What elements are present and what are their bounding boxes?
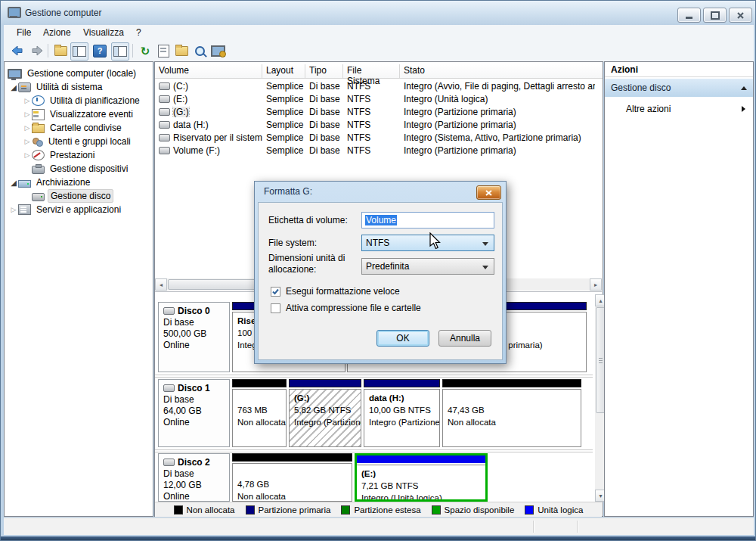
volume-row-c[interactable]: (C:) Semplice Di base NTFS Integro (Avvi… (155, 79, 603, 92)
disk1-header[interactable]: Disco 1 Di base 64,00 GB Online (158, 379, 230, 447)
minimize-button[interactable] (677, 8, 701, 23)
help-button[interactable]: ? (91, 42, 108, 59)
chevron-down-icon (482, 242, 488, 246)
properties-button[interactable] (155, 42, 172, 59)
column-volume[interactable]: Volume (155, 64, 262, 78)
show-action-pane-button[interactable] (111, 42, 129, 61)
drive-icon (159, 82, 170, 90)
expander-collapsed-icon[interactable]: ▷ (23, 124, 32, 132)
tree-item-storage[interactable]: ◢ Archiviazione (9, 176, 153, 189)
volume-row-system-reserved[interactable]: Riservato per il sistema Semplice Di bas… (155, 131, 603, 144)
actions-item-more-actions[interactable]: Altre azioni (605, 101, 753, 117)
tree-item-disk-management[interactable]: Gestione disco (32, 189, 153, 203)
manage-button[interactable] (209, 42, 226, 59)
tree-item-shared-folders[interactable]: ▷ Cartelle condivise (23, 121, 153, 135)
actions-section-disk-management[interactable]: Gestione disco (605, 79, 753, 97)
dialog-title: Formatta G: (264, 186, 312, 197)
expander-collapsed-icon[interactable]: ▷ (23, 97, 32, 104)
tree-item-task-scheduler[interactable]: ▷ Utilità di pianificazione (23, 94, 153, 107)
find-icon (195, 46, 205, 56)
event-viewer-icon (32, 109, 45, 120)
manage-computer-icon (211, 45, 225, 57)
scroll-right-icon[interactable]: ▸ (590, 278, 602, 291)
volume-row-g[interactable]: (G:) Semplice Di base NTFS Integro (Part… (155, 105, 603, 118)
back-icon (11, 45, 25, 56)
volume-row-h[interactable]: data (H:) Semplice Di base NTFS Integro … (155, 118, 603, 131)
refresh-button[interactable]: ↻ (137, 42, 153, 59)
volume-row-e[interactable]: (E:) Semplice Di base NTFS Integro (Unit… (155, 92, 603, 105)
console-tree-icon (73, 46, 86, 57)
allocation-unit-label: Dimensioni unità di allocazione: (268, 253, 353, 275)
format-dialog: Formatta G: Etichetta di volume: Volume … (254, 181, 507, 364)
show-console-tree-button[interactable] (70, 42, 88, 61)
forward-button[interactable] (28, 42, 45, 59)
open-button[interactable] (173, 42, 190, 59)
maximize-icon (711, 11, 720, 20)
drive-icon (159, 134, 170, 141)
disk-icon (163, 307, 175, 315)
tree-item-event-viewer[interactable]: ▷ Visualizzatore eventi (23, 107, 153, 121)
disk2-partition-e[interactable]: (E:) 7,21 GB NTFS Integro (Unità logica) (355, 453, 488, 502)
quick-format-checkbox[interactable] (271, 287, 280, 297)
drive-icon (159, 121, 170, 129)
tree-item-computer-management[interactable]: Gestione computer (locale) (8, 67, 153, 80)
tree-item-device-manager[interactable]: Gestione dispositivi (32, 162, 153, 176)
dialog-close-button[interactable] (476, 185, 501, 200)
collapse-section-icon[interactable] (741, 86, 747, 90)
unallocated-bar (232, 453, 352, 462)
shared-folders-icon (32, 124, 45, 133)
scroll-left-icon[interactable]: ◂ (155, 278, 167, 291)
menu-azione[interactable]: Azione (38, 26, 76, 41)
title-bar[interactable]: Gestione computer (1, 1, 756, 25)
tree-item-services-applications[interactable]: ▷ Servizi e applicazioni (9, 203, 153, 216)
column-stato[interactable]: Stato (400, 64, 595, 78)
expander-collapsed-icon[interactable]: ▷ (23, 138, 32, 145)
maximize-button[interactable] (703, 8, 727, 23)
system-tools-icon (18, 82, 31, 92)
disk1-unallocated-1[interactable]: 763 MB Non allocata (232, 379, 287, 447)
expander-collapsed-icon[interactable]: ▷ (23, 151, 32, 159)
disk-icon (163, 384, 175, 392)
volume-row-f[interactable]: Volume (F:) Semplice Di base NTFS Integr… (155, 144, 603, 157)
legend-color-swatch (246, 505, 255, 515)
disk1-partition-g[interactable]: (G:) 5,82 GB NTFS Integro (Partizione pr… (289, 379, 361, 447)
primary-partition-bar (364, 379, 440, 387)
submenu-arrow-icon (742, 106, 745, 112)
column-file-sistema[interactable]: File Sistema (343, 64, 400, 78)
refresh-icon: ↻ (141, 45, 150, 57)
tree-item-system-utilities[interactable]: ◢ Utilità di sistema (9, 80, 153, 94)
disk1-partition-h[interactable]: data (H:) 10,00 GB NTFS Integro (Partizi… (364, 379, 440, 447)
actions-panel-title: Azioni (605, 62, 753, 77)
tree-item-local-users[interactable]: ▷ Utenti e gruppi locali (23, 135, 153, 148)
help-icon: ? (93, 45, 107, 58)
up-level-button[interactable] (52, 42, 69, 59)
close-icon (485, 190, 492, 196)
legend-free-space: Spazio disponibile (432, 505, 515, 515)
menu-file[interactable]: File (11, 26, 36, 41)
disk2-header[interactable]: Disco 2 Di base 12,00 GB Online (158, 453, 230, 502)
disk2-unallocated[interactable]: 4,78 GB Non allocata (232, 453, 352, 502)
column-tipo[interactable]: Tipo (305, 64, 343, 78)
close-button[interactable] (729, 8, 752, 23)
find-button[interactable] (191, 42, 208, 59)
drive-icon (159, 95, 170, 103)
back-button[interactable] (10, 42, 26, 59)
disk0-header[interactable]: Disco 0 Di base 500,00 GB Online (158, 302, 230, 372)
volume-label-input[interactable]: Volume (361, 212, 494, 229)
tree-item-performance[interactable]: ▷ Prestazioni (23, 148, 153, 162)
cancel-button[interactable]: Annulla (438, 330, 491, 347)
disk1-unallocated-2[interactable]: 47,43 GB Non allocata (442, 379, 581, 447)
expander-collapsed-icon[interactable]: ▷ (9, 206, 18, 213)
expander-collapsed-icon[interactable]: ▷ (23, 110, 32, 118)
file-system-select[interactable]: NTFS (361, 235, 494, 251)
legend-logical: Unità logica (525, 505, 583, 515)
allocation-unit-select[interactable]: Predefinita (361, 258, 494, 275)
menu-help[interactable]: ? (131, 26, 147, 41)
column-layout[interactable]: Layout (262, 64, 305, 78)
ok-button[interactable]: OK (376, 330, 429, 347)
expander-expanded-icon[interactable]: ◢ (9, 179, 18, 187)
expander-expanded-icon[interactable]: ◢ (9, 83, 18, 92)
compression-checkbox[interactable] (271, 303, 280, 313)
menu-visualizza[interactable]: Visualizza (78, 26, 129, 41)
selected-input-text: Volume (365, 215, 397, 225)
